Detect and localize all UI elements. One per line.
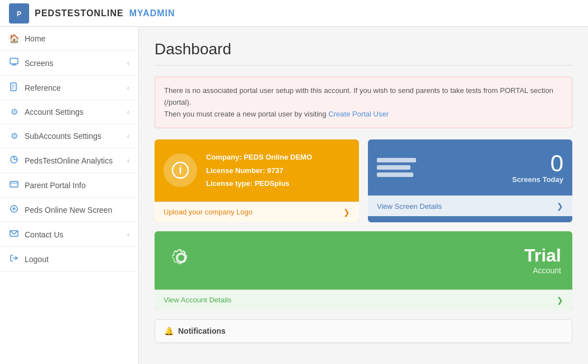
chevron-account-settings: ‹ [127,108,129,116]
screens-today-card: 0 Screens Today View Screen Details ❯ [368,139,572,222]
page-title: Dashboard [155,40,572,66]
main-layout: 🏠 Home Screens ‹ Reference ‹ [0,27,588,364]
sidebar-label-subaccounts: SubAccounts Settings [25,132,101,141]
screens-lines-icon [377,158,416,177]
alert-text-line2-prefix: Then you must create a new portal user b… [164,110,328,118]
chevron-screens: ‹ [127,59,129,67]
sidebar-item-analytics[interactable]: PedsTestOnline Analytics ‹ [0,148,138,173]
reference-icon [9,82,19,93]
company-info-card: i Company: PEDS Online DEMO License Numb… [155,139,359,222]
home-icon: 🏠 [9,34,19,44]
chevron-analytics: ‹ [127,157,129,165]
trial-gear-icon [166,242,197,278]
upload-logo-arrow: ❯ [343,208,350,217]
sidebar-item-peds-new-screen[interactable]: Peds Online New Screen [0,198,138,222]
svg-rect-2 [10,58,18,64]
chevron-contact-us: ‹ [127,231,129,239]
sidebar-item-screens[interactable]: Screens ‹ [0,51,138,76]
notification-bell-icon: 🔔 [164,326,174,335]
sidebar-label-analytics: PedsTestOnline Analytics [25,156,113,165]
sidebar-item-logout[interactable]: Logout [0,247,138,272]
license-number: License Number: 9737 [206,164,312,177]
alert-text-line1: There is no associated portal user setup… [164,86,553,106]
app-logo: P [9,3,29,24]
sidebar-item-reference[interactable]: Reference ‹ [0,76,138,100]
screens-count: 0 [512,152,563,175]
info-icon: i [164,153,197,187]
sidebar-item-subaccounts[interactable]: ⚙ SubAccounts Settings ‹ [0,124,138,148]
cards-row-top: i Company: PEDS Online DEMO License Numb… [155,139,572,222]
view-account-details-link[interactable]: View Account Details [164,296,231,304]
sidebar: 🏠 Home Screens ‹ Reference ‹ [0,27,139,364]
sidebar-label-reference: Reference [25,83,61,92]
sidebar-item-home[interactable]: 🏠 Home [0,27,138,51]
notifications-title: Notifications [178,326,226,335]
company-name: Company: PEDS Online DEMO [206,151,312,164]
license-type: License type: PEDSplus [206,177,312,190]
analytics-icon [9,155,19,166]
sidebar-item-parent-portal[interactable]: Parent Portal Info [0,173,138,198]
contact-icon [9,229,19,240]
svg-text:i: i [179,164,182,176]
parent-portal-icon [9,180,19,190]
app-header: P PEDSTESTONLINE MYADMIN [0,0,588,27]
svg-text:P: P [17,10,21,18]
sidebar-item-home-label: Home [25,34,45,43]
main-content: Dashboard There is no associated portal … [139,27,588,364]
sidebar-item-contact-us[interactable]: Contact Us ‹ [0,222,138,247]
trial-card: Trial Account View Account Details ❯ [155,231,572,310]
chevron-reference: ‹ [127,84,129,92]
app-name: PEDSTESTONLINE [35,8,124,18]
account-details-arrow: ❯ [557,296,563,305]
screens-icon [9,58,19,68]
subaccounts-icon: ⚙ [9,131,19,141]
trial-subtitle: Account [524,266,561,275]
sidebar-label-screens: Screens [25,59,53,68]
trial-title: Trial [524,245,561,266]
sidebar-label-peds-new-screen: Peds Online New Screen [25,206,112,214]
chevron-subaccounts: ‹ [127,132,129,140]
alert-banner: There is no associated portal user setup… [155,77,572,128]
screens-today-label: Screens Today [512,175,563,184]
screen-details-arrow: ❯ [557,202,563,211]
sidebar-label-account-settings: Account Settings [25,108,83,116]
sidebar-label-contact-us: Contact Us [25,230,63,239]
svg-rect-9 [10,181,18,187]
sidebar-label-logout: Logout [25,255,49,264]
create-portal-user-link[interactable]: Create Portal User [328,110,389,118]
view-screen-details-link[interactable]: View Screen Details [377,202,442,211]
upload-logo-link[interactable]: Upload your company Logo [164,208,253,216]
peds-new-screen-icon [9,204,19,215]
account-settings-icon: ⚙ [9,107,19,117]
logout-icon [9,254,19,264]
notifications-card: 🔔 Notifications [155,319,572,343]
sidebar-label-parent-portal: Parent Portal Info [25,181,86,190]
user-name: MYADMIN [129,8,175,18]
sidebar-item-account-settings[interactable]: ⚙ Account Settings ‹ [0,100,138,124]
